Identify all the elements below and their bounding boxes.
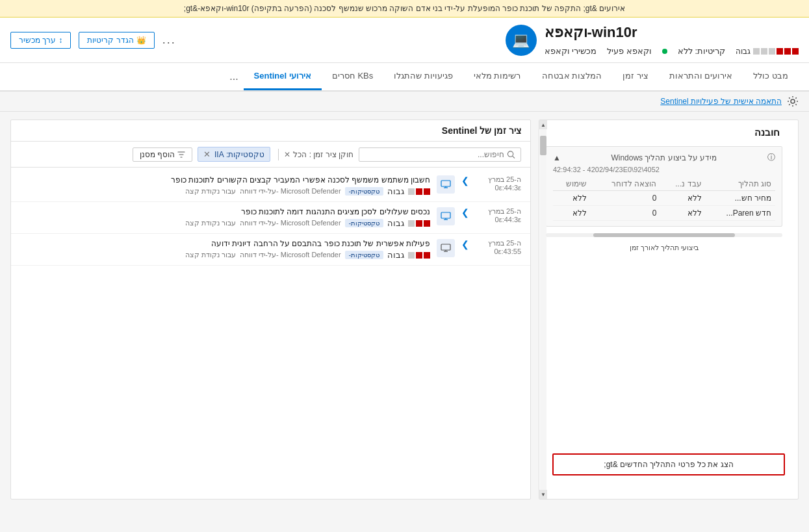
event-nav-icon-2: ❯ bbox=[461, 207, 469, 218]
severity-label: גבוה bbox=[736, 47, 751, 56]
process-table: סוג תהליך עבד נ... הוצאה לדוחר שימוש מחי… bbox=[553, 177, 775, 221]
more-button[interactable]: ... bbox=[162, 33, 176, 47]
gear-icon[interactable] bbox=[787, 95, 799, 107]
scroll-thumb bbox=[540, 136, 546, 155]
search-icon bbox=[507, 150, 515, 159]
col-worker: עבד נ... bbox=[660, 177, 705, 191]
tab-vuln-label: פגיעויות שהתגלו bbox=[394, 71, 453, 81]
tab-missing-kbs[interactable]: KBs חסרים bbox=[322, 63, 383, 90]
filter-tag-iia-remove[interactable]: ✕ bbox=[203, 149, 211, 159]
event-icon-1 bbox=[437, 175, 455, 194]
timeline-label: ביצועי תהליך לאורך זמן bbox=[539, 241, 789, 255]
process-path: 42:94:32 - 4202/94/23E0\92\4052 bbox=[553, 166, 775, 173]
tab-overview[interactable]: מבט כולל bbox=[743, 63, 799, 90]
event-date-1: ה-25 במרץ bbox=[476, 175, 521, 184]
event-tag-3: טקסטיקות- bbox=[345, 251, 383, 259]
device-title: win10r-וקאפא bbox=[545, 24, 637, 41]
filter-icon bbox=[177, 151, 185, 158]
event-severity-3 bbox=[408, 252, 430, 259]
table-horizontal-scrollbar[interactable] bbox=[546, 233, 782, 237]
sub-header: התאמה אישית של פעילויות Sentinel bbox=[0, 92, 809, 112]
esq2 bbox=[416, 188, 422, 195]
top-alert-bar: אירועים &gt; התקפה של תוכנת כופר המופעלת… bbox=[0, 0, 809, 18]
tab-inventory-label: רשימות מלאי bbox=[474, 71, 521, 81]
event-meta-1: גבוה טקסטיקות- Microsoft Defender -על-יד… bbox=[20, 186, 430, 196]
esq3c bbox=[408, 252, 415, 259]
row2-type: חדש Paren... bbox=[706, 206, 775, 221]
esq1 bbox=[424, 188, 430, 195]
time-filter: חוקן ציר זמן : הכל ✕ bbox=[276, 149, 353, 160]
tab-events-alerts[interactable]: אירועים והתראות bbox=[659, 63, 743, 90]
left-panel: ▲ ▼ חובנה ⓘ מידע על ביצוע תהליך Windows … bbox=[539, 120, 799, 500]
tab-inventory[interactable]: רשימות מלאי bbox=[463, 63, 532, 90]
add-filter-label: הוסף מסנן bbox=[140, 150, 175, 159]
tab-events-alerts-label: אירועים והתראות bbox=[669, 71, 733, 81]
svg-rect-3 bbox=[441, 181, 450, 186]
table-scroll-thumb bbox=[593, 233, 735, 237]
tab-vulnerabilities[interactable]: פגיעויות שהתגלו bbox=[383, 63, 463, 90]
status-label: וקאפא פעיל bbox=[607, 46, 652, 56]
device-value-button[interactable]: ↕ ערך מכשיר bbox=[10, 32, 71, 49]
chevron-icon-3: ❯ bbox=[461, 239, 469, 249]
event-time-1: ה-25 במרץ 0ε:44:3ε bbox=[476, 175, 521, 192]
tab-security-recommendations[interactable]: המלצות אבטחה bbox=[532, 63, 613, 90]
vertical-scrollbar[interactable]: ▲ ▼ bbox=[539, 120, 547, 499]
event-item-2[interactable]: ה-25 במרץ 0ε:44:3ε ❯ נכסים שעלולים לסכן … bbox=[11, 202, 530, 234]
process-info-box: ⓘ מידע על ביצוע תהליך Windows ▲ 42:94:32… bbox=[546, 146, 782, 227]
tab-security-label: המלצות אבטחה bbox=[542, 71, 602, 81]
event-item-1[interactable]: ה-25 במרץ 0ε:44:3ε ❯ חשבון משתמש משמשף ל… bbox=[11, 170, 530, 202]
add-filter-button[interactable]: הוסף מסנן bbox=[133, 147, 192, 162]
events-list: ה-25 במרץ 0ε:44:3ε ❯ חשבון משתמש משמשף ל… bbox=[11, 168, 530, 499]
manage-criticality-button[interactable]: 👑 הגדר קריטיות bbox=[79, 32, 154, 49]
criticality-label: קריטיות: ללא bbox=[678, 46, 725, 56]
time-filter-x[interactable]: ✕ bbox=[284, 150, 290, 159]
search-box[interactable] bbox=[359, 147, 521, 162]
event-content-1: חשבון משתמש משמשף לסכנה אפשרי המעביר קבצ… bbox=[20, 175, 430, 196]
search-input[interactable] bbox=[365, 150, 504, 159]
event-clock-2: 0ε:44:3ε bbox=[476, 216, 521, 223]
event-severity-2 bbox=[408, 220, 430, 227]
sq4 bbox=[769, 48, 775, 55]
filter-tag-iia-label: טקסטיקות: IIA bbox=[214, 150, 264, 159]
chevron-icon-1: ❯ bbox=[461, 175, 469, 186]
event-action-1: עבור נקודת קצה bbox=[185, 187, 236, 196]
tab-timeline[interactable]: ציר זמן bbox=[612, 63, 659, 90]
header-actions: ... 👑 הגדר קריטיות ↕ ערך מכשיר bbox=[10, 32, 176, 49]
avatar: 💻 bbox=[506, 25, 537, 56]
alert-text: אירועים &gt; התקפה של תוכנת כופר המופעלת… bbox=[184, 4, 625, 13]
event-title-1: חשבון משתמש משמשף לסכנה אפשרי המעביר קבצ… bbox=[20, 175, 430, 184]
sq5 bbox=[761, 48, 767, 55]
event-title-2: נכסים שעלולים לסכן מציגים התנהגות דומה ל… bbox=[20, 207, 430, 216]
sq2 bbox=[784, 48, 791, 55]
event-item-3[interactable]: ה-25 במרץ 0ε:43:55 ❯ פעילות אפשרית של תו… bbox=[11, 234, 530, 266]
severity-badge: גבוה bbox=[736, 47, 799, 56]
event-icon-2 bbox=[437, 207, 455, 225]
header-bar: win10r-וקאפא גבוה קריטיות: ללא וק bbox=[0, 18, 809, 63]
event-severity-label-1: גבוה bbox=[387, 186, 404, 196]
tab-more[interactable]: ... bbox=[224, 63, 243, 90]
computer-icon-3 bbox=[441, 243, 451, 253]
tab-timeline-label: ציר זמן bbox=[623, 71, 648, 81]
footer-link[interactable]: הצג את כל פרטי התהליך החדשים &gt; bbox=[552, 453, 785, 475]
esq1c bbox=[424, 252, 430, 259]
event-title-3: פעילות אפשרית של תוכנת כופר בהתבסם על הר… bbox=[20, 239, 430, 248]
svg-rect-9 bbox=[441, 244, 450, 250]
sq3 bbox=[777, 48, 783, 55]
process-chevron[interactable]: ▲ bbox=[553, 153, 561, 162]
manage-label: הגדר קריטיות bbox=[87, 36, 133, 45]
event-nav-icon-1: ❯ bbox=[461, 175, 469, 186]
scroll-up-arrow[interactable]: ▲ bbox=[539, 120, 547, 129]
event-action-2: עבור נקודת קצה bbox=[185, 219, 236, 227]
tab-sentinel[interactable]: אירועי Sentinel bbox=[244, 63, 322, 90]
event-tag-1: טקסטיקות- bbox=[345, 187, 383, 196]
scroll-down-arrow[interactable]: ▼ bbox=[539, 490, 547, 499]
event-severity-label-3: גבוה bbox=[387, 250, 404, 260]
event-severity-label-2: גבוה bbox=[387, 218, 404, 228]
settings-link[interactable]: התאמה אישית של פעילויות Sentinel bbox=[660, 97, 782, 106]
value-label: ערך מכשיר bbox=[19, 36, 56, 45]
esq3b bbox=[408, 220, 415, 227]
event-content-2: נכסים שעלולים לסכן מציגים התנהגות דומה ל… bbox=[20, 207, 430, 228]
col-usage: שימוש bbox=[553, 177, 591, 191]
process-info-icon: ⓘ bbox=[767, 152, 775, 163]
esq1b bbox=[424, 220, 430, 227]
